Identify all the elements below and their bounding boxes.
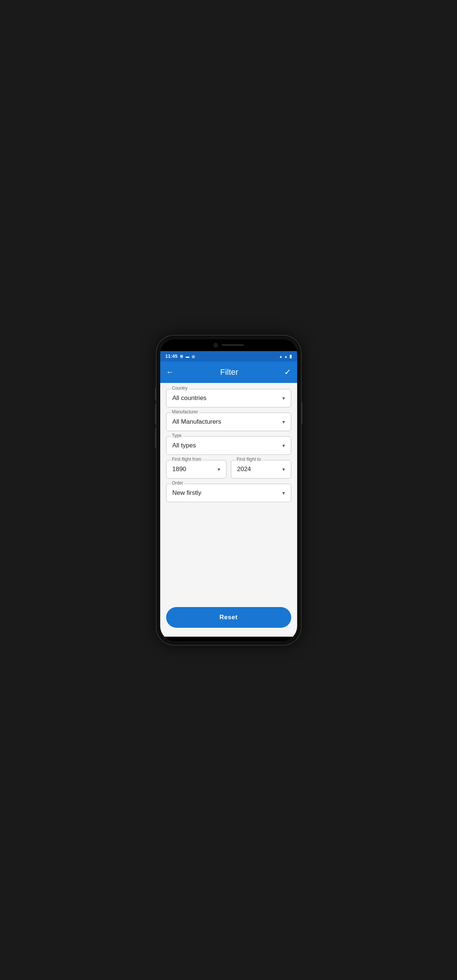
page-title: Filter — [220, 368, 238, 377]
type-field-wrapper: Type All types — [166, 436, 291, 455]
spacer — [166, 508, 291, 602]
manufacturer-chevron-down-icon — [282, 419, 285, 425]
order-field-wrapper: Order New firstly — [166, 484, 291, 502]
manufacturer-value: All Manufacturers — [173, 418, 221, 426]
back-button[interactable] — [166, 368, 174, 377]
status-time: 11:45 — [165, 353, 178, 359]
manufacturer-field-wrapper: Manufacturer All Manufacturers — [166, 413, 291, 431]
type-chevron-down-icon — [282, 442, 285, 449]
status-left: 11:45 — [165, 353, 195, 359]
status-right — [279, 353, 292, 359]
first-flight-from-field-wrapper: First flight from 1890 — [166, 460, 227, 479]
order-label: Order — [171, 480, 185, 485]
confirm-button[interactable] — [284, 368, 291, 377]
wifi-icon — [279, 353, 283, 359]
type-value: All types — [173, 442, 196, 449]
card-status-icon — [186, 354, 189, 358]
first-flight-from-dropdown[interactable]: 1890 — [166, 460, 227, 479]
first-flight-to-field-wrapper: First flight to 2024 — [231, 460, 291, 479]
country-value: All countries — [173, 395, 207, 402]
country-label: Country — [171, 385, 189, 391]
status-bar: 11:45 — [160, 351, 297, 361]
country-chevron-down-icon — [282, 395, 285, 401]
order-chevron-down-icon — [282, 490, 285, 496]
first-flight-to-dropdown[interactable]: 2024 — [231, 460, 291, 479]
first-flight-to-value: 2024 — [237, 466, 251, 473]
bottom-area: Reset — [166, 607, 291, 631]
flight-range-row: First flight from 1890 First flight to 2… — [166, 460, 291, 479]
first-flight-to-chevron-down-icon — [282, 466, 285, 472]
camera — [214, 343, 218, 347]
order-value: New firstly — [173, 489, 201, 497]
country-field-wrapper: Country All countries — [166, 389, 291, 407]
phone-top-bar — [160, 339, 297, 351]
first-flight-from-label: First flight from — [171, 457, 203, 462]
type-label: Type — [171, 433, 183, 438]
manufacturer-dropdown[interactable]: All Manufacturers — [166, 413, 291, 431]
shield-status-icon — [180, 354, 184, 358]
order-dropdown[interactable]: New firstly — [166, 484, 291, 502]
signal-icon — [284, 353, 288, 359]
country-dropdown[interactable]: All countries — [166, 389, 291, 407]
first-flight-to-label: First flight to — [235, 457, 262, 462]
type-dropdown[interactable]: All types — [166, 436, 291, 455]
filter-content: Country All countries Manufacturer All M… — [160, 383, 297, 637]
speaker — [222, 344, 244, 346]
phone-nav-bar — [160, 637, 297, 641]
first-flight-from-value: 1890 — [173, 466, 187, 473]
reset-button[interactable]: Reset — [166, 607, 291, 628]
battery-icon — [289, 353, 292, 359]
first-flight-from-chevron-down-icon — [217, 466, 220, 472]
manufacturer-label: Manufacturer — [171, 409, 200, 414]
circle-status-icon — [192, 354, 195, 358]
app-bar: Filter — [160, 361, 297, 383]
